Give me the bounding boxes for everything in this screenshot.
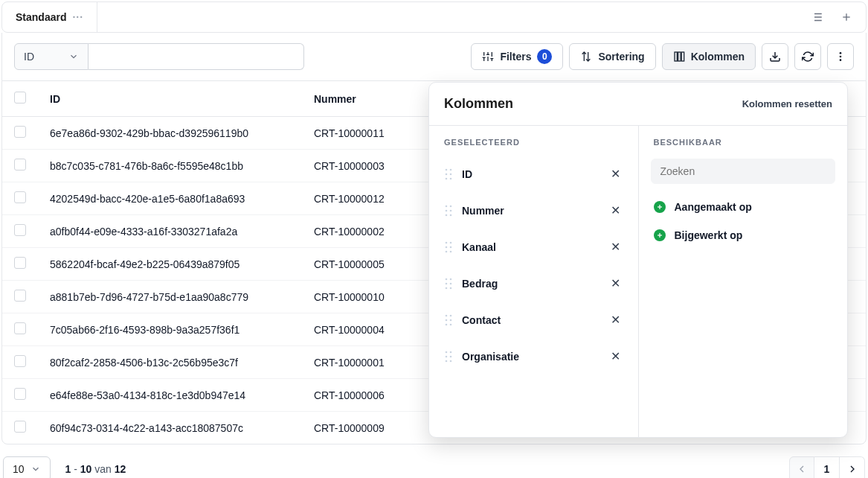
column-header-id[interactable]: ID [38, 81, 302, 117]
remove-column-icon[interactable]: ✕ [608, 164, 623, 184]
page-number-button[interactable]: 1 [814, 456, 840, 478]
more-actions-button[interactable] [827, 43, 854, 70]
drag-handle-icon[interactable] [444, 205, 453, 217]
popover-title: Kolommen [444, 96, 513, 112]
available-column-label: Aangemaakt op [675, 201, 752, 213]
selected-column-item[interactable]: Kanaal ✕ [429, 229, 638, 265]
svg-point-39 [450, 246, 452, 248]
cell-id: a0fb0f44-e09e-4333-a16f-3303271afa2a [38, 215, 302, 248]
column-label: Contact [462, 314, 501, 326]
available-column-item[interactable]: Aangemaakt op [639, 193, 848, 221]
reset-columns-button[interactable]: Kolommen resetten [742, 98, 832, 109]
selected-column-item[interactable]: Organisatie ✕ [429, 338, 638, 375]
svg-point-31 [450, 205, 452, 207]
row-checkbox[interactable] [14, 126, 26, 138]
svg-point-50 [446, 319, 448, 321]
sort-button[interactable]: Sortering [569, 43, 655, 70]
drag-handle-icon[interactable] [444, 278, 453, 290]
selected-column-item[interactable]: ID ✕ [429, 156, 638, 192]
download-button[interactable] [762, 43, 788, 70]
svg-point-37 [450, 241, 452, 243]
page-size-select[interactable]: 10 [3, 456, 51, 478]
row-checkbox[interactable] [14, 322, 26, 334]
refresh-icon [802, 51, 814, 63]
selected-column-item[interactable]: Bedrag ✕ [429, 265, 638, 302]
selected-column-item[interactable]: Nummer ✕ [429, 192, 638, 229]
select-all-checkbox[interactable] [14, 92, 26, 103]
svg-point-30 [446, 205, 448, 207]
svg-point-25 [450, 168, 452, 171]
list-view-icon[interactable] [803, 4, 830, 31]
columns-label: Kolommen [691, 51, 745, 63]
svg-point-36 [446, 241, 448, 243]
row-checkbox[interactable] [14, 257, 26, 269]
view-tab-label: Standaard [16, 11, 66, 23]
drag-handle-icon[interactable] [444, 241, 453, 253]
add-view-icon[interactable] [833, 4, 860, 31]
table-footer: 10 1 - 10 van 12 1 [0, 444, 868, 478]
row-checkbox[interactable] [14, 355, 26, 367]
drag-handle-icon[interactable] [444, 314, 453, 326]
cell-id: 4202549d-bacc-420e-a1e5-6a80f1a8a693 [38, 182, 302, 215]
row-checkbox[interactable] [14, 224, 26, 236]
filters-count-badge: 0 [537, 49, 552, 64]
svg-point-49 [450, 314, 452, 316]
available-columns-panel: BESCHIKBAAR Aangemaakt op Bijgewerkt op [639, 126, 848, 437]
prev-page-button[interactable] [789, 456, 814, 478]
filter-field-select[interactable]: ID [14, 43, 89, 70]
view-tab-more-icon[interactable]: ··· [72, 11, 83, 23]
row-checkbox[interactable] [14, 191, 26, 203]
more-vertical-icon [835, 51, 846, 63]
remove-column-icon[interactable]: ✕ [608, 310, 623, 330]
svg-rect-17 [675, 52, 677, 61]
column-label: Nummer [462, 205, 504, 217]
svg-point-22 [840, 56, 842, 58]
svg-rect-19 [681, 52, 684, 61]
cell-id: a881b7eb-7d96-4727-b75d-e1aa90a8c779 [38, 281, 302, 313]
available-header: BESCHIKBAAR [639, 126, 848, 156]
svg-point-35 [450, 214, 452, 216]
svg-point-44 [446, 282, 448, 284]
svg-point-43 [450, 278, 452, 280]
row-checkbox[interactable] [14, 388, 26, 400]
columns-button[interactable]: Kolommen [662, 43, 756, 70]
remove-column-icon[interactable]: ✕ [608, 346, 623, 366]
svg-point-46 [446, 287, 448, 289]
view-tab-standaard[interactable]: Standaard ··· [2, 2, 97, 32]
drag-handle-icon[interactable] [444, 351, 453, 363]
next-page-button[interactable] [840, 456, 865, 478]
svg-point-57 [450, 355, 452, 357]
drag-handle-icon[interactable] [444, 168, 453, 180]
download-icon [769, 51, 781, 63]
filter-value-input[interactable] [89, 43, 304, 70]
cell-id: 60f94c73-0314-4c22-a143-acc18087507c [38, 412, 302, 444]
svg-point-27 [450, 173, 452, 175]
remove-column-icon[interactable]: ✕ [608, 237, 623, 257]
column-label: Organisatie [462, 351, 519, 363]
remove-column-icon[interactable]: ✕ [608, 200, 623, 220]
svg-point-24 [446, 168, 448, 171]
refresh-button[interactable] [794, 43, 821, 70]
available-column-item[interactable]: Bijgewerkt op [639, 221, 848, 249]
chevron-down-icon [68, 51, 79, 62]
svg-point-21 [840, 52, 842, 54]
svg-point-28 [446, 177, 448, 179]
column-label: Kanaal [462, 241, 496, 253]
cell-id: e64fe88e-53a0-4134-818c-1e3d0b947e14 [38, 379, 302, 412]
svg-point-34 [446, 214, 448, 216]
filters-button[interactable]: Filters 0 [471, 43, 563, 70]
row-checkbox[interactable] [14, 159, 26, 171]
columns-icon [673, 51, 685, 63]
svg-point-41 [450, 250, 452, 252]
filter-field-label: ID [24, 51, 34, 63]
svg-point-23 [840, 59, 842, 61]
svg-point-47 [450, 287, 452, 289]
row-checkbox[interactable] [14, 290, 26, 302]
row-checkbox[interactable] [14, 421, 26, 433]
selected-column-item[interactable]: Contact ✕ [429, 302, 638, 338]
toolbar: ID Filters 0 Sortering Kolommen [1, 33, 867, 80]
search-available-input[interactable] [659, 165, 828, 178]
remove-column-icon[interactable]: ✕ [608, 273, 623, 293]
svg-point-40 [446, 250, 448, 252]
svg-point-59 [450, 360, 452, 362]
